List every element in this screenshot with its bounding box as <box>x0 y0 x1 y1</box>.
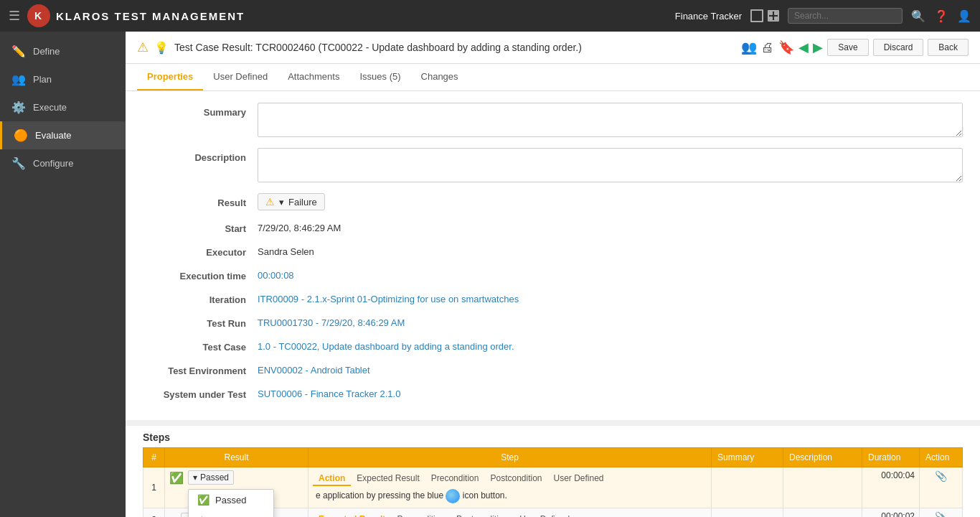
test-run-row: Test Run TRU0001730 - 7/29/20, 8:46:29 A… <box>143 314 963 329</box>
user-icon[interactable]: 👤 <box>957 9 971 23</box>
tab-user-defined[interactable]: User Defined <box>203 64 278 90</box>
sidebar-item-execute-label: Execute <box>33 102 67 113</box>
summary-field <box>258 103 963 139</box>
steps-table: # Result Step Summary Description Durati… <box>143 447 963 517</box>
print-icon[interactable]: 🖨 <box>761 40 774 55</box>
tab-changes[interactable]: Changes <box>411 64 468 90</box>
check-icon-1: ✅ <box>169 471 184 485</box>
result-warning-icon: ⚠ <box>265 196 275 208</box>
start-row: Start 7/29/20, 8:46:29 AM <box>143 219 963 234</box>
step-content-2: Expected Result Precondition Postconditi… <box>308 508 712 518</box>
menu-icon[interactable]: ☰ <box>9 8 20 24</box>
passed-check-icon: ✅ <box>197 494 209 506</box>
project-icon-2[interactable] <box>768 10 779 22</box>
result-label: Result <box>143 193 258 208</box>
step-summary-1 <box>712 467 783 508</box>
navbar: ☰ K KLAROS TEST MANAGEMENT Finance Track… <box>0 0 980 32</box>
col-num: # <box>143 448 165 467</box>
summary-label: Summary <box>143 103 258 118</box>
execution-time-row: Execution time 00:00:08 <box>143 266 963 281</box>
project-icon-1[interactable] <box>750 9 763 22</box>
brand: K KLAROS TEST MANAGEMENT <box>27 4 245 27</box>
step-num-1: 1 <box>143 467 165 508</box>
result-cell-1: ✅ ▾ Passed ✅ <box>169 470 303 485</box>
step-subtab-expected-2[interactable]: Expected Result <box>313 513 391 517</box>
table-row: 1 ✅ ▾ Passed <box>143 467 963 508</box>
page-header: ⚠ 💡 Test Case Result: TCR0002460 (TC0002… <box>126 32 980 64</box>
system-link[interactable]: SUT00006 - Finance Tracker 2.1.0 <box>258 388 400 399</box>
step-subtab-userdef-2[interactable]: User Defined <box>514 513 575 517</box>
dropdown-item-failure[interactable]: ⚠ Failure <box>189 510 273 517</box>
step-subtab-precond-2[interactable]: Precondition <box>391 513 451 517</box>
step-result-dropdown-1[interactable]: ▾ Passed <box>188 470 234 485</box>
steps-section: Steps # Result Step Summary Description … <box>126 426 980 517</box>
test-env-link[interactable]: ENV00002 - Android Tablet <box>258 365 370 376</box>
col-action: Action <box>920 448 963 467</box>
description-field <box>258 148 963 185</box>
dropdown-failure-label: Failure <box>212 515 241 518</box>
start-value: 7/29/20, 8:46:29 AM <box>258 219 963 233</box>
page-title: Test Case Result: TCR0002460 (TC00022 - … <box>174 42 582 53</box>
result-dropdown[interactable]: ⚠ ▾ Failure <box>258 193 325 210</box>
dropdown-item-passed[interactable]: ✅ Passed <box>189 490 273 510</box>
test-case-label: Test Case <box>143 337 258 353</box>
step-result-1: ✅ ▾ Passed ✅ <box>165 467 308 508</box>
tab-issues[interactable]: Issues (5) <box>349 64 410 90</box>
execute-icon: ⚙️ <box>11 101 26 114</box>
step-subtab-precond-1[interactable]: Precondition <box>425 472 485 486</box>
test-case-link[interactable]: 1.0 - TC00022, Update dashboard by addin… <box>258 341 514 352</box>
bookmark-icon[interactable]: 🔖 <box>778 39 794 55</box>
attach-icon-2[interactable]: 📎 <box>935 511 947 517</box>
warning-icon: ⚠ <box>137 39 149 55</box>
start-label: Start <box>143 219 258 234</box>
sidebar-item-configure[interactable]: 🔧 Configure <box>0 149 126 177</box>
help-icon[interactable]: ❓ <box>934 9 948 23</box>
step-subtab-userdef-1[interactable]: User Defined <box>548 472 610 486</box>
form-content: Summary Description Result ⚠ ▾ Failure <box>126 91 980 420</box>
tab-attachments[interactable]: Attachments <box>278 64 349 90</box>
test-run-value: TRU0001730 - 7/29/20, 8:46:29 AM <box>258 314 963 328</box>
iteration-link[interactable]: ITR00009 - 2.1.x-Sprint 01-Optimizing fo… <box>258 294 519 304</box>
iteration-label: Iteration <box>143 290 258 305</box>
users-icon[interactable]: 👥 <box>741 39 757 55</box>
summary-input[interactable] <box>258 103 963 137</box>
executor-label: Executor <box>143 243 258 258</box>
description-input[interactable] <box>258 148 963 182</box>
step-subtab-expected-1[interactable]: Expected Result <box>351 472 425 486</box>
next-icon[interactable]: ▶ <box>813 39 823 55</box>
step-subtab-postcond-2[interactable]: Postcondition <box>451 513 514 517</box>
sidebar-item-execute[interactable]: ⚙️ Execute <box>0 93 126 121</box>
page-actions: 👥 🖨 🔖 ◀ ▶ Save Discard Back <box>741 39 969 56</box>
sidebar-item-evaluate-label: Evaluate <box>35 130 72 141</box>
failure-warn-icon: ⚠ <box>197 514 207 517</box>
save-button[interactable]: Save <box>827 39 868 56</box>
sidebar-item-evaluate[interactable]: 🟠 Evaluate <box>0 121 126 149</box>
description-label: Description <box>143 148 258 163</box>
search-input[interactable] <box>788 8 903 24</box>
test-case-value: 1.0 - TC00022, Update dashboard by addin… <box>258 337 963 352</box>
tab-properties[interactable]: Properties <box>137 64 203 90</box>
back-button[interactable]: Back <box>928 39 969 56</box>
sidebar-item-define[interactable]: ✏️ Define <box>0 37 126 65</box>
sidebar-item-define-label: Define <box>33 46 60 57</box>
step-subtab-postcond-1[interactable]: Postcondition <box>484 472 547 486</box>
sidebar-item-plan[interactable]: 👥 Plan <box>0 65 126 93</box>
step-desc-1 <box>783 467 862 508</box>
project-icons <box>750 9 779 22</box>
discard-button[interactable]: Discard <box>873 39 924 56</box>
step-action-2: 📎 <box>920 508 963 518</box>
col-step: Step <box>308 448 712 467</box>
step-summary-2 <box>712 508 783 518</box>
step-sub-tabs-2: Expected Result Precondition Postconditi… <box>313 511 707 517</box>
attach-icon-1[interactable]: 📎 <box>935 470 947 482</box>
test-case-row: Test Case 1.0 - TC00022, Update dashboar… <box>143 337 963 353</box>
test-run-link[interactable]: TRU0001730 - 7/29/20, 8:46:29 AM <box>258 317 405 328</box>
search-icon[interactable]: 🔍 <box>911 9 925 23</box>
step-subtab-action-1[interactable]: Action <box>313 472 351 486</box>
prev-icon[interactable]: ◀ <box>798 39 809 55</box>
col-duration: Duration <box>862 448 920 467</box>
test-env-row: Test Environment ENV00002 - Android Tabl… <box>143 361 963 376</box>
sidebar-item-configure-label: Configure <box>33 158 73 169</box>
iteration-row: Iteration ITR00009 - 2.1.x-Sprint 01-Opt… <box>143 290 963 305</box>
blue-circle-icon <box>446 489 460 503</box>
